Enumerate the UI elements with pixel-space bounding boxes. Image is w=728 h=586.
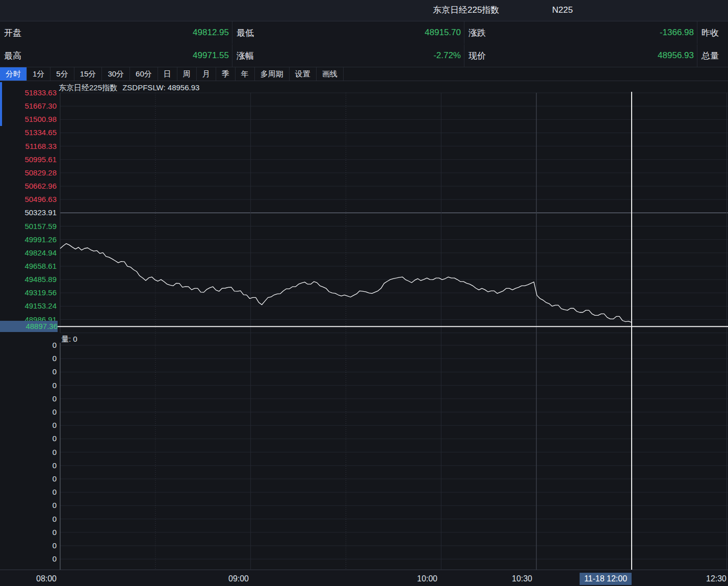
quote-value: -2.72% [433,50,464,61]
period-tab[interactable]: 周 [177,67,197,81]
volume-axis-label: 0 [0,353,57,364]
period-tab[interactable]: 60分 [130,67,158,81]
quote-group: 最低48915.70 [232,21,464,44]
quote-label: 开盘 [0,27,21,39]
period-tab[interactable]: 多周期 [255,67,290,81]
volume-axis-label: 0 [0,394,57,404]
quote-group: 开盘49812.95 [0,21,232,44]
price-axis-label: 50157.59 [0,221,57,232]
period-tab[interactable]: 季 [216,67,236,81]
price-axis-label: 51667.30 [0,101,57,111]
chart-area: 东京日经225指数 ZSDPFSLW: 48956.93 51833.63516… [0,81,728,586]
period-tab[interactable]: 5分 [50,67,74,81]
quote-value: 49971.55 [193,50,232,61]
quote-row: 开盘49812.95最低48915.70涨跌-1366.98昨收 [0,21,728,44]
volume-axis-label: 0 [0,434,57,444]
price-axis-label: 49658.61 [0,261,57,271]
volume-axis-label: 0 [0,380,57,391]
quote-value: 48956.93 [658,50,697,61]
quote-label: 最低 [232,27,254,39]
scroll-indicator[interactable] [0,82,2,126]
price-axis-label: 51833.63 [0,88,57,98]
period-tab[interactable]: 月 [197,67,216,81]
quote-group: 总量 [697,44,728,67]
volume-axis-label: 0 [0,514,57,524]
price-axis-label: 50496.63 [0,194,57,205]
volume-axis-label: 0 [0,554,57,564]
time-axis-label: 10:00 [417,573,437,585]
price-axis-label: 49824.94 [0,248,57,258]
price-axis-label: 51168.33 [0,141,57,151]
instrument-title: 东京日经225指数 [433,0,499,20]
quote-group: 最高49971.55 [0,44,232,67]
quote-label: 涨跌 [464,27,486,39]
chart-overlay-instrument: 东京日经225指数 [59,83,117,92]
volume-axis-label: 0 [0,447,57,457]
price-axis-label: 51500.98 [0,114,57,124]
quote-label: 昨收 [697,27,719,39]
trading-app-window: 东京日经225指数 N225 开盘49812.95最低48915.70涨跌-13… [0,0,728,586]
quote-group: 涨幅-2.72% [232,44,464,67]
volume-axis-label: 0 [0,367,57,377]
quote-group: 涨跌-1366.98 [464,21,697,44]
time-axis-label: 12:30 [706,573,726,585]
quote-bar: 开盘49812.95最低48915.70涨跌-1366.98昨收最高49971.… [0,21,728,67]
quote-value: 48915.70 [425,28,464,38]
chart-overlay-title: 东京日经225指数 ZSDPFSLW: 48956.93 [59,83,199,93]
volume-axis-label: 0 [0,527,57,538]
volume-axis-label: 0 [0,420,57,430]
period-tab[interactable]: 设置 [290,67,317,81]
time-axis-label: 10:30 [512,573,532,585]
time-axis-label: 09:00 [228,573,249,585]
quote-label: 最高 [0,50,21,62]
period-tab[interactable]: 30分 [102,67,130,81]
volume-axis-label: 0 [0,541,57,551]
quote-value: -1366.98 [660,28,697,38]
instrument-symbol: N225 [552,0,573,20]
chart-canvas[interactable] [0,81,728,586]
time-axis-crosshair-label: 11-18 12:00 [580,573,632,585]
price-axis-label: 51334.65 [0,128,57,138]
time-axis: 08:0009:0010:0010:3011-18 12:0012:30 [0,570,728,586]
quote-group: 现价48956.93 [464,44,697,67]
volume-axis-label: 0 [0,407,57,417]
quote-group: 昨收 [697,21,728,44]
price-axis-label: 49485.89 [0,274,57,285]
quote-label: 现价 [464,50,486,62]
volume-axis-label: 0 [0,487,57,497]
price-axis-label: 50323.91 [0,208,57,218]
quote-row: 最高49971.55涨幅-2.72%现价48956.93总量 [0,44,728,67]
title-bar: 东京日经225指数 N225 [0,0,728,21]
volume-indicator-label: 量: 0 [61,335,77,344]
price-axis-label: 49319.56 [0,288,57,298]
quote-value: 49812.95 [193,28,232,38]
quote-label: 总量 [697,50,719,62]
quote-label: 涨幅 [232,50,254,62]
volume-axis-label: 0 [0,500,57,511]
period-tab[interactable]: 画线 [317,67,344,81]
period-tab[interactable]: 1分 [27,67,50,81]
chart-indicator-readout: ZSDPFSLW: 48956.93 [122,83,199,92]
period-tab[interactable]: 分时 [0,67,27,81]
volume-axis-label: 0 [0,474,57,484]
price-axis-label: 50829.28 [0,168,57,178]
price-axis-label: 50995.61 [0,155,57,165]
period-tab[interactable]: 年 [236,67,255,81]
period-tab-bar: 分时1分5分15分30分60分日周月季年多周期设置画线 [0,67,728,81]
price-axis-label: 50662.96 [0,181,57,191]
time-axis-label: 08:00 [36,573,57,585]
period-tab[interactable]: 15分 [74,67,102,81]
volume-axis-label: 0 [0,340,57,350]
period-tab[interactable]: 日 [158,67,177,81]
volume-axis-label: 0 [0,461,57,471]
price-axis-label: 49991.26 [0,235,57,245]
price-axis-label: 49153.24 [0,301,57,311]
crosshair-price-label: 48897.36 [0,321,58,332]
